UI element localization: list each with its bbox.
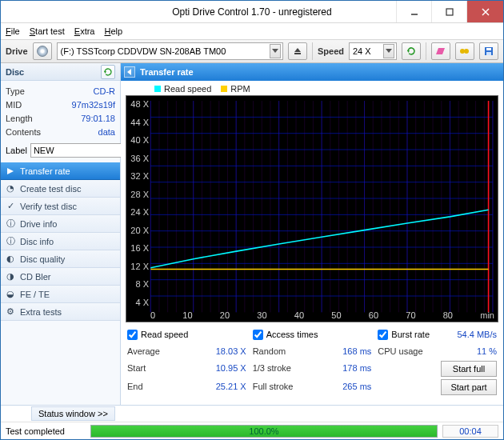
options-button[interactable]: [455, 42, 474, 60]
disc-length-value: 79:01.18: [81, 114, 115, 123]
gear-icon: ⚙: [6, 307, 15, 317]
disc-label-label: Label: [6, 146, 27, 155]
results-grid: Read speed Access times Burst rate54.4 M…: [121, 324, 503, 395]
svg-rect-6: [294, 53, 301, 54]
drive-label: Drive: [6, 46, 28, 56]
disc-info: TypeCD-R MID97m32s19f Length79:01.18 Con…: [1, 81, 120, 142]
app-window: Opti Drive Control 1.70 - unregistered F…: [0, 0, 504, 440]
nav-label: Transfer rate: [20, 166, 70, 176]
info-icon: ⓘ: [6, 237, 15, 246]
nav-drive-info[interactable]: ⓘDrive info: [1, 215, 120, 233]
drive-select[interactable]: (F:) TSSTcorp CDDVDW SN-208AB TM00: [57, 42, 283, 60]
main-header: Transfer rate: [121, 63, 503, 81]
nav-label: CD Bler: [20, 272, 51, 282]
disc-icon: ◔: [6, 184, 15, 194]
elapsed-time: 00:04: [442, 425, 498, 438]
nav-list: Transfer rate ◔Create test disc ✓Verify …: [1, 162, 120, 321]
nav-verify-test-disc[interactable]: ✓Verify test disc: [1, 198, 120, 215]
chart-icon: ◒: [6, 290, 15, 299]
chart-legend: Read speed RPM: [126, 84, 498, 94]
legend-swatch-read: [154, 86, 161, 92]
close-button[interactable]: [466, 1, 503, 22]
progress-percent: 100.0%: [91, 426, 437, 437]
disc-contents-value: data: [98, 127, 115, 137]
chart-icon: ◐: [6, 254, 15, 264]
transfer-rate-chart: 48 X44 X40 X36 X32 X28 X24 X20 X16 X12 X…: [126, 95, 498, 322]
average-label: Average: [127, 346, 160, 356]
svg-marker-15: [104, 71, 106, 74]
svg-marker-9: [436, 48, 445, 54]
svg-marker-18: [127, 69, 131, 75]
minimize-button[interactable]: [396, 1, 431, 22]
cpu-label: CPU usage: [378, 346, 422, 356]
svg-marker-8: [407, 50, 410, 53]
drive-select-value: (F:) TSSTcorp CDDVDW SN-208AB TM00: [61, 46, 226, 56]
main-panel: Transfer rate Read speed RPM 48 X44 X40 …: [121, 63, 503, 405]
third-stroke-value: 178 ms: [342, 363, 371, 373]
disc-refresh-button[interactable]: [101, 65, 115, 79]
erase-button[interactable]: [431, 42, 450, 60]
legend-rpm-label: RPM: [230, 84, 250, 94]
chevron-down-icon: [383, 44, 394, 58]
disc-contents-label: Contents: [6, 127, 41, 137]
nav-cd-bler[interactable]: ◑CD Bler: [1, 268, 120, 286]
svg-marker-17: [7, 168, 14, 174]
drive-icon-button[interactable]: [33, 42, 52, 60]
nav-disc-quality[interactable]: ◐Disc quality: [1, 250, 120, 268]
svg-marker-5: [294, 48, 301, 52]
disc-type-label: Type: [6, 86, 25, 96]
save-button[interactable]: [479, 42, 498, 60]
read-speed-checkbox[interactable]: Read speed: [127, 330, 188, 340]
disc-length-label: Length: [6, 114, 33, 123]
eject-button[interactable]: [288, 42, 307, 60]
menu-help[interactable]: Help: [104, 26, 122, 36]
access-times-checkbox[interactable]: Access times: [253, 330, 318, 340]
sidebar: Disc TypeCD-R MID97m32s19f Length79:01.1…: [1, 63, 121, 405]
average-value: 18.03 X: [216, 346, 246, 356]
maximize-button[interactable]: [431, 1, 466, 22]
start-full-button[interactable]: Start full: [441, 361, 497, 377]
nav-label: Drive info: [20, 219, 57, 229]
nav-label: FE / TE: [20, 290, 50, 299]
random-value: 168 ms: [342, 346, 371, 356]
svg-rect-13: [486, 48, 491, 50]
third-stroke-label: 1/3 stroke: [253, 363, 291, 373]
speed-select-value: 24 X: [353, 46, 371, 56]
svg-marker-4: [272, 49, 278, 53]
disc-icon: [37, 46, 48, 57]
start-label: Start: [127, 363, 146, 373]
svg-rect-1: [446, 9, 453, 15]
menu-extra[interactable]: Extra: [74, 26, 95, 36]
start-part-button[interactable]: Start part: [441, 379, 497, 395]
progress-bar: 100.0%: [90, 425, 438, 438]
nav-transfer-rate[interactable]: Transfer rate: [1, 162, 120, 180]
menu-file[interactable]: File: [6, 26, 20, 36]
speed-select[interactable]: 24 X: [349, 42, 397, 60]
nav-label: Create test disc: [20, 184, 81, 194]
collapse-icon[interactable]: [124, 66, 135, 78]
chart-icon: ◑: [6, 272, 15, 282]
svg-rect-14: [486, 52, 491, 55]
disc-mid-value: 97m32s19f: [72, 100, 115, 110]
nav-label: Disc quality: [20, 254, 65, 264]
play-icon: [6, 166, 15, 176]
main-title: Transfer rate: [140, 67, 194, 77]
nav-label: Extra tests: [20, 307, 62, 317]
toolbar: Drive (F:) TSSTcorp CDDVDW SN-208AB TM00…: [1, 39, 503, 63]
menu-start-test[interactable]: Start test: [30, 26, 65, 36]
full-stroke-value: 265 ms: [342, 382, 371, 391]
disc-panel-header: Disc: [1, 63, 120, 81]
titlebar: Opti Drive Control 1.70 - unregistered: [1, 1, 503, 23]
disc-panel-title: Disc: [6, 67, 24, 77]
check-icon: ✓: [6, 202, 15, 211]
refresh-button[interactable]: [402, 42, 421, 60]
nav-create-test-disc[interactable]: ◔Create test disc: [1, 180, 120, 198]
nav-fe-te[interactable]: ◒FE / TE: [1, 286, 120, 303]
nav-extra-tests[interactable]: ⚙Extra tests: [1, 303, 120, 321]
menubar: File Start test Extra Help: [1, 23, 503, 39]
burst-rate-value: 54.4 MB/s: [457, 330, 497, 339]
svg-marker-7: [386, 49, 392, 53]
burst-rate-checkbox[interactable]: Burst rate: [378, 330, 430, 340]
nav-disc-info[interactable]: ⓘDisc info: [1, 233, 120, 250]
status-window-button[interactable]: Status window >>: [31, 406, 115, 421]
